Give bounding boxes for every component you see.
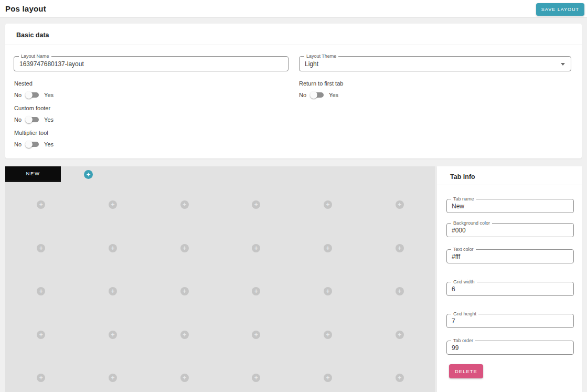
grid-add-cell[interactable]: + <box>77 183 149 227</box>
plus-icon: + <box>396 374 404 382</box>
grid-add-cell[interactable]: + <box>292 227 364 270</box>
plus-icon: + <box>324 244 332 252</box>
grid-add-cell[interactable]: + <box>220 227 292 270</box>
grid-add-cell[interactable]: + <box>364 356 435 392</box>
grid-add-cell[interactable]: + <box>5 270 77 313</box>
plus-icon: + <box>180 331 189 339</box>
custom-footer-switch[interactable] <box>26 116 39 123</box>
plus-icon: + <box>252 374 260 382</box>
grid-add-cell[interactable]: + <box>364 270 435 313</box>
plus-icon: + <box>252 287 260 295</box>
grid-width-field: Grid width <box>446 282 574 296</box>
grid-add-cell[interactable]: + <box>148 270 220 313</box>
toggle-group-custom-footer: Custom footer No Yes <box>14 105 54 123</box>
grid-add-cell[interactable]: + <box>364 227 435 270</box>
plus-icon: + <box>396 244 404 252</box>
toggle-no-label: No <box>14 92 22 98</box>
grid-add-cell[interactable]: + <box>148 183 220 227</box>
plus-icon: + <box>84 170 93 179</box>
toggle-yes-label: Yes <box>44 116 54 123</box>
layout-theme-select[interactable]: Layout Theme Light <box>299 56 571 71</box>
grid-add-cell[interactable]: + <box>364 313 435 357</box>
background-color-label: Background color <box>451 220 492 226</box>
grid-add-cell[interactable]: + <box>77 227 149 270</box>
grid-add-cell[interactable]: + <box>77 356 149 392</box>
toggle-yes-label: Yes <box>44 141 54 147</box>
plus-icon: + <box>37 244 45 252</box>
plus-icon: + <box>109 374 117 382</box>
switch-thumb <box>310 91 317 99</box>
text-color-field: Text color <box>446 249 574 263</box>
toggle-label: Multiplier tool <box>14 130 54 136</box>
add-tab-button[interactable]: + <box>84 170 93 179</box>
plus-icon: + <box>109 244 117 252</box>
plus-icon: + <box>324 200 332 209</box>
tab-name-field: Tab name <box>446 199 574 213</box>
grid-add-cell[interactable]: + <box>5 227 77 270</box>
basic-data-title: Basic data <box>16 31 49 39</box>
layout-name-label: Layout Name <box>19 54 51 59</box>
grid-add-cell[interactable]: + <box>5 313 77 357</box>
grid-add-cell[interactable]: + <box>148 227 220 270</box>
layout-name-input[interactable] <box>14 57 288 71</box>
tab-order-label: Tab order <box>451 338 475 344</box>
panel-divider <box>437 185 582 185</box>
text-color-label: Text color <box>451 247 476 252</box>
toggle-label: Nested <box>14 80 54 87</box>
delete-tab-button[interactable]: DELETE <box>449 364 483 378</box>
grid-add-cell[interactable]: + <box>220 313 292 357</box>
tab-editor: NEW + ++++++++++++++++++++++++++++++++++… <box>5 166 435 392</box>
grid-add-cell[interactable]: + <box>292 313 364 357</box>
plus-icon: + <box>324 331 332 339</box>
toggle-group-multiplier-tool: Multiplier tool No Yes <box>14 130 54 148</box>
grid-add-cell[interactable]: + <box>292 183 364 227</box>
plus-icon: + <box>37 200 45 209</box>
plus-icon: + <box>109 200 117 209</box>
grid-height-label: Grid height <box>451 311 478 317</box>
plus-icon: + <box>252 244 260 252</box>
plus-icon: + <box>180 200 189 209</box>
grid-add-cell[interactable]: + <box>364 183 435 227</box>
save-layout-button[interactable]: SAVE LAYOUT <box>536 3 584 16</box>
tab-name-label: Tab name <box>451 196 476 202</box>
plus-icon: + <box>324 287 332 295</box>
switch-thumb <box>25 141 33 148</box>
tab-grid: ++++++++++++++++++++++++++++++++++++++++… <box>5 183 435 392</box>
multiplier-tool-switch[interactable] <box>26 141 39 148</box>
toggle-no-label: No <box>14 116 22 123</box>
grid-add-cell[interactable]: + <box>148 313 220 357</box>
grid-add-cell[interactable]: + <box>292 270 364 313</box>
grid-add-cell[interactable]: + <box>220 270 292 313</box>
app-header: Pos layout SAVE LAYOUT <box>0 0 587 18</box>
layout-name-field: Layout Name <box>14 56 289 71</box>
plus-icon: + <box>396 287 404 295</box>
return-to-first-tab-switch[interactable] <box>311 91 324 99</box>
grid-add-cell[interactable]: + <box>77 313 149 357</box>
nested-switch[interactable] <box>26 91 39 99</box>
grid-height-field: Grid height <box>446 314 574 328</box>
grid-add-cell[interactable]: + <box>148 356 220 392</box>
plus-icon: + <box>109 331 117 339</box>
plus-icon: + <box>324 374 332 382</box>
grid-add-cell[interactable]: + <box>77 270 149 313</box>
toggle-label: Return to first tab <box>299 80 343 87</box>
toggle-no-label: No <box>299 92 306 98</box>
plus-icon: + <box>180 374 189 382</box>
toggle-group-nested: Nested No Yes <box>14 80 54 99</box>
page-title: Pos layout <box>5 4 46 13</box>
toggle-no-label: No <box>14 141 22 147</box>
tab-new[interactable]: NEW <box>5 166 61 182</box>
plus-icon: + <box>37 287 45 295</box>
plus-icon: + <box>252 331 260 339</box>
grid-width-label: Grid width <box>451 279 477 285</box>
plus-icon: + <box>37 374 45 382</box>
grid-add-cell[interactable]: + <box>5 356 77 392</box>
grid-add-cell[interactable]: + <box>220 356 292 392</box>
layout-theme-value: Light <box>305 60 318 68</box>
grid-add-cell[interactable]: + <box>5 183 77 227</box>
layout-theme-label: Layout Theme <box>304 54 338 59</box>
plus-icon: + <box>252 200 260 209</box>
grid-add-cell[interactable]: + <box>220 183 292 227</box>
grid-add-cell[interactable]: + <box>292 356 364 392</box>
toggle-label: Custom footer <box>14 105 54 111</box>
